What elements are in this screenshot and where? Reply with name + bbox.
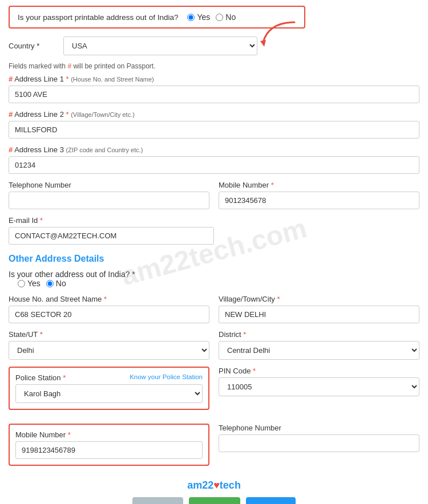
country-required: * [37, 42, 39, 50]
mobile2-label: Mobile Number * [15, 430, 203, 439]
red-arrow-indicator [257, 19, 303, 58]
country-select-wrap: USA India UK Canada Australia [63, 36, 257, 55]
house-input[interactable] [9, 306, 209, 323]
village-label: Village/Town/City * [219, 295, 419, 303]
house-label: House No. and Street Name * [9, 295, 209, 303]
telephone-col: Telephone Number [9, 181, 209, 209]
country-select[interactable]: USA India UK Canada Australia [63, 36, 257, 55]
other-no-text: No [56, 279, 66, 288]
passport-question-label: Is your passport printable address out o… [18, 13, 178, 22]
state-label: State/UT * [9, 330, 209, 339]
other-no-radio[interactable] [46, 280, 54, 287]
red-arrow-svg [257, 19, 303, 56]
address-line2-row: # Address Line 2 * (Village/Town/City et… [9, 110, 419, 139]
other-yes-radio[interactable] [18, 280, 25, 287]
print-note: Fields marked with # will be printed on … [9, 62, 419, 70]
telephone-label: Telephone Number [9, 181, 209, 189]
police-highlighted-box: Police Station * Know your Police Statio… [9, 367, 209, 410]
address-line1-input[interactable] [9, 86, 419, 103]
passport-no-label[interactable]: No [216, 13, 236, 22]
state-district-row: State/UT * Delhi Maharashtra Karnataka T… [9, 330, 419, 360]
state-select[interactable]: Delhi Maharashtra Karnataka Tamil Nadu [9, 341, 209, 360]
other-address-question-label: Is your other address out of India? * [9, 270, 135, 279]
mobile-input[interactable] [219, 192, 419, 209]
district-select[interactable]: Central Delhi North Delhi South Delhi [219, 341, 419, 360]
address-line1-label: # Address Line 1 * (House No. and Street… [9, 75, 419, 83]
district-col: District * Central Delhi North Delhi Sou… [219, 330, 419, 360]
village-col: Village/Town/City * [219, 295, 419, 323]
house-col: House No. and Street Name * [9, 295, 209, 323]
back-button[interactable]: Back [132, 497, 183, 504]
address-line2-input[interactable] [9, 121, 419, 139]
passport-no-radio[interactable] [216, 14, 223, 21]
telephone-input[interactable] [9, 192, 209, 209]
address-line1-row: # Address Line 1 * (House No. and Street… [9, 75, 419, 103]
passport-no-text: No [225, 13, 236, 22]
other-no-label[interactable]: No [46, 279, 66, 288]
address-line3-input[interactable] [9, 156, 419, 174]
pin-col: PIN Code * 110005 110001 110002 [219, 367, 419, 396]
police-pin-row: Police Station * Know your Police Statio… [9, 367, 419, 417]
passport-yes-radio[interactable] [187, 14, 195, 21]
address-line1-col: # Address Line 1 * (House No. and Street… [9, 75, 419, 103]
police-label: Police Station * Know your Police Statio… [15, 373, 203, 382]
passport-yes-label[interactable]: Yes [187, 13, 210, 22]
save-button[interactable]: Save [189, 497, 240, 504]
email-row: E-mail Id * [9, 216, 419, 245]
phone-row: Telephone Number Mobile Number * [9, 181, 419, 209]
brand-text: am22♥tech [9, 479, 419, 491]
email-col: E-mail Id * [9, 216, 214, 245]
address-line3-label: # Address Line 3 (ZIP code and Country e… [9, 145, 419, 154]
other-address-radio-group: Yes No [18, 279, 135, 288]
other-yes-label[interactable]: Yes [18, 279, 41, 288]
other-address-title: Other Address Details [9, 254, 419, 264]
other-address-question-col: Is your other address out of India? * Ye… [9, 270, 135, 288]
mobile2-col: Mobile Number * [9, 424, 209, 473]
house-village-row: House No. and Street Name * Village/Town… [9, 295, 419, 323]
other-address-question-row: Is your other address out of India? * Ye… [9, 270, 419, 288]
district-label: District * [219, 330, 419, 339]
pin-label: PIN Code * [219, 367, 419, 375]
email-label: E-mail Id * [9, 216, 214, 225]
email-input[interactable] [9, 227, 214, 245]
mobile-label: Mobile Number * [219, 181, 419, 189]
address-line3-row: # Address Line 3 (ZIP code and Country e… [9, 145, 419, 174]
passport-radio-group: Yes No [187, 13, 236, 22]
mobile2-telephone2-row: Mobile Number * Telephone Number [9, 424, 419, 473]
address-line2-col: # Address Line 2 * (Village/Town/City et… [9, 110, 419, 139]
next-button[interactable]: Next [246, 497, 296, 504]
address-line3-col: # Address Line 3 (ZIP code and Country e… [9, 145, 419, 174]
country-row: Country * USA India UK Canada Australia [9, 36, 419, 55]
state-col: State/UT * Delhi Maharashtra Karnataka T… [9, 330, 209, 360]
mobile2-input[interactable] [15, 441, 203, 459]
telephone2-input[interactable] [219, 434, 419, 452]
country-label: Country * [9, 42, 54, 50]
mobile-col: Mobile Number * [219, 181, 419, 209]
police-select[interactable]: Karol Bagh Connaught Place Chandni Chowk [15, 384, 203, 403]
address-line2-label: # Address Line 2 * (Village/Town/City et… [9, 110, 419, 119]
telephone2-col: Telephone Number [219, 424, 419, 452]
hash-symbol: # [67, 62, 71, 70]
police-col: Police Station * Know your Police Statio… [9, 367, 209, 417]
other-yes-text: Yes [27, 279, 41, 288]
passport-yes-text: Yes [197, 13, 210, 22]
svg-marker-0 [260, 40, 266, 47]
know-police-link[interactable]: Know your Police Station [130, 373, 203, 380]
mobile2-highlighted-box: Mobile Number * [9, 424, 209, 466]
village-input[interactable] [219, 306, 419, 323]
telephone2-label: Telephone Number [219, 424, 419, 432]
button-row: Back Save Next [9, 497, 419, 504]
pin-select[interactable]: 110005 110001 110002 [219, 377, 419, 396]
